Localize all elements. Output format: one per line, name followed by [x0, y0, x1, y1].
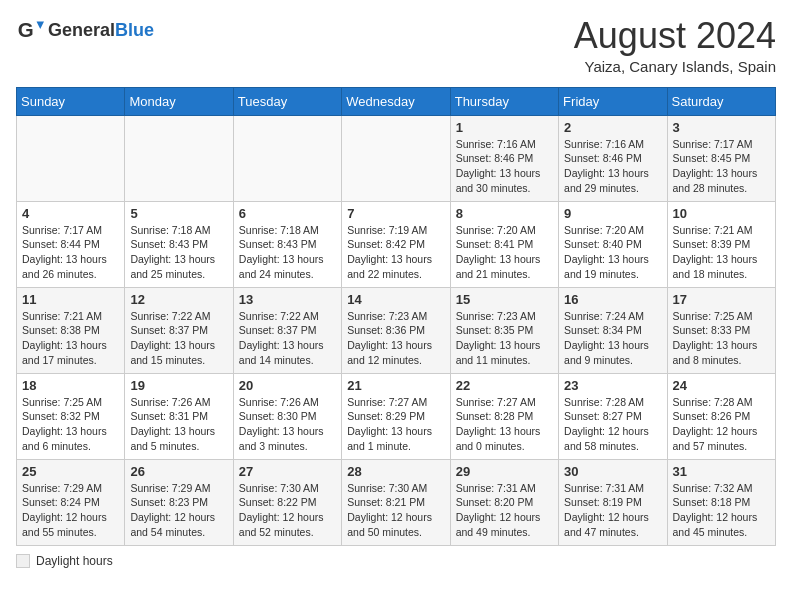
- day-info: Sunrise: 7:28 AM Sunset: 8:27 PM Dayligh…: [564, 395, 661, 454]
- logo-general: General: [48, 20, 115, 40]
- day-number: 18: [22, 378, 119, 393]
- day-number: 9: [564, 206, 661, 221]
- calendar-cell: 27Sunrise: 7:30 AM Sunset: 8:22 PM Dayli…: [233, 459, 341, 545]
- svg-marker-1: [37, 22, 44, 29]
- day-number: 10: [673, 206, 770, 221]
- main-title: August 2024: [574, 16, 776, 56]
- day-number: 29: [456, 464, 553, 479]
- calendar-cell: 19Sunrise: 7:26 AM Sunset: 8:31 PM Dayli…: [125, 373, 233, 459]
- day-of-week-header: Monday: [125, 87, 233, 115]
- day-number: 17: [673, 292, 770, 307]
- day-of-week-header: Wednesday: [342, 87, 450, 115]
- day-number: 26: [130, 464, 227, 479]
- calendar-cell: 2Sunrise: 7:16 AM Sunset: 8:46 PM Daylig…: [559, 115, 667, 201]
- calendar-cell: 16Sunrise: 7:24 AM Sunset: 8:34 PM Dayli…: [559, 287, 667, 373]
- day-info: Sunrise: 7:23 AM Sunset: 8:35 PM Dayligh…: [456, 309, 553, 368]
- calendar-cell: 14Sunrise: 7:23 AM Sunset: 8:36 PM Dayli…: [342, 287, 450, 373]
- day-number: 5: [130, 206, 227, 221]
- day-of-week-header: Friday: [559, 87, 667, 115]
- calendar-cell: 3Sunrise: 7:17 AM Sunset: 8:45 PM Daylig…: [667, 115, 775, 201]
- calendar-cell: 9Sunrise: 7:20 AM Sunset: 8:40 PM Daylig…: [559, 201, 667, 287]
- calendar-cell: 20Sunrise: 7:26 AM Sunset: 8:30 PM Dayli…: [233, 373, 341, 459]
- day-info: Sunrise: 7:30 AM Sunset: 8:22 PM Dayligh…: [239, 481, 336, 540]
- day-of-week-header: Tuesday: [233, 87, 341, 115]
- calendar-cell: 21Sunrise: 7:27 AM Sunset: 8:29 PM Dayli…: [342, 373, 450, 459]
- calendar-cell: 1Sunrise: 7:16 AM Sunset: 8:46 PM Daylig…: [450, 115, 558, 201]
- day-number: 14: [347, 292, 444, 307]
- logo-blue: Blue: [115, 20, 154, 40]
- day-number: 7: [347, 206, 444, 221]
- day-info: Sunrise: 7:23 AM Sunset: 8:36 PM Dayligh…: [347, 309, 444, 368]
- day-info: Sunrise: 7:26 AM Sunset: 8:30 PM Dayligh…: [239, 395, 336, 454]
- day-number: 25: [22, 464, 119, 479]
- day-of-week-header: Sunday: [17, 87, 125, 115]
- day-number: 1: [456, 120, 553, 135]
- calendar-cell: 29Sunrise: 7:31 AM Sunset: 8:20 PM Dayli…: [450, 459, 558, 545]
- logo-icon: G: [16, 16, 44, 44]
- calendar-cell: 5Sunrise: 7:18 AM Sunset: 8:43 PM Daylig…: [125, 201, 233, 287]
- day-info: Sunrise: 7:17 AM Sunset: 8:44 PM Dayligh…: [22, 223, 119, 282]
- calendar-cell: 7Sunrise: 7:19 AM Sunset: 8:42 PM Daylig…: [342, 201, 450, 287]
- day-info: Sunrise: 7:22 AM Sunset: 8:37 PM Dayligh…: [130, 309, 227, 368]
- day-number: 11: [22, 292, 119, 307]
- calendar-header: SundayMondayTuesdayWednesdayThursdayFrid…: [17, 87, 776, 115]
- day-info: Sunrise: 7:21 AM Sunset: 8:38 PM Dayligh…: [22, 309, 119, 368]
- calendar-cell: 17Sunrise: 7:25 AM Sunset: 8:33 PM Dayli…: [667, 287, 775, 373]
- day-number: 28: [347, 464, 444, 479]
- day-number: 27: [239, 464, 336, 479]
- legend-box: [16, 554, 30, 568]
- day-info: Sunrise: 7:24 AM Sunset: 8:34 PM Dayligh…: [564, 309, 661, 368]
- day-info: Sunrise: 7:32 AM Sunset: 8:18 PM Dayligh…: [673, 481, 770, 540]
- day-number: 30: [564, 464, 661, 479]
- day-number: 6: [239, 206, 336, 221]
- calendar-cell: 22Sunrise: 7:27 AM Sunset: 8:28 PM Dayli…: [450, 373, 558, 459]
- logo: G GeneralBlue: [16, 16, 154, 44]
- day-number: 19: [130, 378, 227, 393]
- calendar-cell: [342, 115, 450, 201]
- day-info: Sunrise: 7:27 AM Sunset: 8:28 PM Dayligh…: [456, 395, 553, 454]
- day-number: 13: [239, 292, 336, 307]
- legend: Daylight hours: [16, 554, 776, 568]
- day-number: 4: [22, 206, 119, 221]
- day-info: Sunrise: 7:17 AM Sunset: 8:45 PM Dayligh…: [673, 137, 770, 196]
- calendar-cell: [125, 115, 233, 201]
- calendar-cell: 8Sunrise: 7:20 AM Sunset: 8:41 PM Daylig…: [450, 201, 558, 287]
- day-info: Sunrise: 7:29 AM Sunset: 8:23 PM Dayligh…: [130, 481, 227, 540]
- calendar-cell: 25Sunrise: 7:29 AM Sunset: 8:24 PM Dayli…: [17, 459, 125, 545]
- day-number: 23: [564, 378, 661, 393]
- calendar-cell: 18Sunrise: 7:25 AM Sunset: 8:32 PM Dayli…: [17, 373, 125, 459]
- day-info: Sunrise: 7:20 AM Sunset: 8:41 PM Dayligh…: [456, 223, 553, 282]
- day-info: Sunrise: 7:25 AM Sunset: 8:33 PM Dayligh…: [673, 309, 770, 368]
- svg-text:G: G: [18, 18, 34, 41]
- day-info: Sunrise: 7:26 AM Sunset: 8:31 PM Dayligh…: [130, 395, 227, 454]
- calendar-cell: 23Sunrise: 7:28 AM Sunset: 8:27 PM Dayli…: [559, 373, 667, 459]
- day-info: Sunrise: 7:27 AM Sunset: 8:29 PM Dayligh…: [347, 395, 444, 454]
- day-number: 12: [130, 292, 227, 307]
- subtitle: Yaiza, Canary Islands, Spain: [574, 58, 776, 75]
- calendar-cell: 13Sunrise: 7:22 AM Sunset: 8:37 PM Dayli…: [233, 287, 341, 373]
- calendar-table: SundayMondayTuesdayWednesdayThursdayFrid…: [16, 87, 776, 546]
- day-info: Sunrise: 7:28 AM Sunset: 8:26 PM Dayligh…: [673, 395, 770, 454]
- calendar-cell: 26Sunrise: 7:29 AM Sunset: 8:23 PM Dayli…: [125, 459, 233, 545]
- calendar-cell: 6Sunrise: 7:18 AM Sunset: 8:43 PM Daylig…: [233, 201, 341, 287]
- day-info: Sunrise: 7:25 AM Sunset: 8:32 PM Dayligh…: [22, 395, 119, 454]
- day-number: 8: [456, 206, 553, 221]
- day-info: Sunrise: 7:16 AM Sunset: 8:46 PM Dayligh…: [456, 137, 553, 196]
- day-number: 21: [347, 378, 444, 393]
- day-info: Sunrise: 7:18 AM Sunset: 8:43 PM Dayligh…: [130, 223, 227, 282]
- day-number: 20: [239, 378, 336, 393]
- day-of-week-header: Thursday: [450, 87, 558, 115]
- day-info: Sunrise: 7:31 AM Sunset: 8:20 PM Dayligh…: [456, 481, 553, 540]
- calendar-cell: 10Sunrise: 7:21 AM Sunset: 8:39 PM Dayli…: [667, 201, 775, 287]
- day-info: Sunrise: 7:18 AM Sunset: 8:43 PM Dayligh…: [239, 223, 336, 282]
- page-header: G GeneralBlue August 2024 Yaiza, Canary …: [16, 16, 776, 75]
- day-info: Sunrise: 7:30 AM Sunset: 8:21 PM Dayligh…: [347, 481, 444, 540]
- day-number: 22: [456, 378, 553, 393]
- calendar-cell: [233, 115, 341, 201]
- day-info: Sunrise: 7:29 AM Sunset: 8:24 PM Dayligh…: [22, 481, 119, 540]
- calendar-cell: 12Sunrise: 7:22 AM Sunset: 8:37 PM Dayli…: [125, 287, 233, 373]
- day-info: Sunrise: 7:21 AM Sunset: 8:39 PM Dayligh…: [673, 223, 770, 282]
- calendar-cell: 15Sunrise: 7:23 AM Sunset: 8:35 PM Dayli…: [450, 287, 558, 373]
- legend-label: Daylight hours: [36, 554, 113, 568]
- calendar-cell: 30Sunrise: 7:31 AM Sunset: 8:19 PM Dayli…: [559, 459, 667, 545]
